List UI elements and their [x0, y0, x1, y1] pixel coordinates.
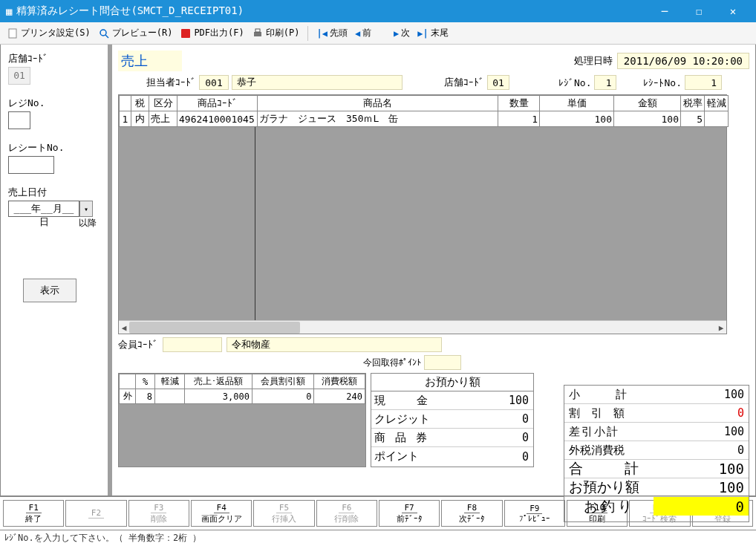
voucher-value: 0 [438, 429, 533, 446]
window-title: 精算済みレシート問合せ(SMCT_D_RECEIPT01) [16, 4, 244, 18]
point-pay-label: ポイント [371, 447, 438, 466]
fkey-label: 次ﾃﾞｰﾀ [459, 513, 485, 524]
point-value [424, 355, 461, 370]
payment-header: お預かり額 [371, 374, 533, 391]
salesdate-dropdown-button[interactable]: ▾ [79, 201, 93, 217]
fkey-label: ﾌﾟﾚﾋﾞｭｰ [519, 514, 550, 524]
storecode-value: 01 [8, 67, 30, 85]
filter-panel: 店舗ｺｰﾄﾞ 01 レジNo. レシートNo. 売上日付 ___年__月__日 … [1, 45, 112, 495]
cash-value: 100 [438, 391, 533, 409]
nav-next-button[interactable]: ▶ 次 [391, 25, 412, 41]
fkey-number: F1 [26, 503, 42, 513]
exttax-value: 0 [654, 441, 749, 459]
grid-horizontal-scrollbar[interactable]: ◀ ▶ [119, 320, 726, 334]
col-code: 商品ｺｰﾄﾞ [177, 96, 258, 111]
maximize-button[interactable]: ☐ [682, 0, 716, 22]
member-label: 会員ｺｰﾄﾞ [118, 338, 158, 351]
grid-header-row: 税 区分 商品ｺｰﾄﾞ 商品名 数量 単価 金額 税率 軽減 [120, 96, 729, 111]
table-row[interactable]: 1 内 売上 4962410001045 ガラナ ジュース 350ｍL 缶 1 … [120, 111, 729, 127]
fkey-f1[interactable]: F1終了 [3, 500, 64, 527]
show-button[interactable]: 表示 [23, 279, 76, 302]
printer-setup-button[interactable]: プリンタ設定(S) [4, 25, 93, 41]
nav-prev-button[interactable]: ◀ 前 [353, 25, 374, 41]
summary-box: 小 計 100 割 引 額 0 差引小計 100 外税消費税 0 合 計 [564, 385, 749, 522]
exttax-label: 外税消費税 [564, 441, 654, 459]
fkey-label: 行挿入 [272, 513, 296, 524]
next-icon: ▶ [394, 28, 399, 39]
fkey-number: F8 [464, 503, 480, 513]
scroll-left-icon[interactable]: ◀ [119, 321, 129, 334]
col-rate: 税率 [681, 96, 705, 111]
after-label: 以降 [8, 217, 100, 230]
credit-value: 0 [438, 410, 533, 428]
tax-breakdown: % 軽減 売上･返品額 会員割引額 消費税額 外 8 3,000 0 240 [118, 373, 366, 467]
app-icon: ▦ [6, 5, 12, 17]
netsub-value: 100 [654, 423, 749, 441]
svg-rect-3 [181, 29, 190, 38]
sales-label: 売上 [118, 51, 182, 71]
col-amt: 金額 [614, 96, 681, 111]
fkey-f7[interactable]: F7前ﾃﾞｰﾀ [379, 500, 440, 527]
fkey-f2: F2 [65, 500, 126, 527]
netsub-label: 差引小計 [564, 423, 654, 441]
discount-label: 割 引 額 [564, 404, 654, 422]
payment-box: お預かり額 現 金 100 クレジット 0 商 品 券 0 ポイント 0 [371, 373, 534, 467]
fkey-number: F2 [88, 508, 104, 519]
fkey-number: F3 [151, 503, 166, 513]
member-code [163, 337, 222, 352]
change-label: お釣り [564, 497, 654, 516]
store-label: 店舗ｺｰﾄﾞ [444, 76, 484, 89]
minimize-button[interactable]: ─ [648, 0, 682, 22]
procdate-value: 2011/06/09 10:20:00 [617, 53, 749, 69]
preview-button[interactable]: プレビュー(R) [96, 25, 175, 41]
main-panel: 売上 処理日時 2011/06/09 10:20:00 担当者ｺｰﾄﾞ 001 … [112, 45, 755, 495]
skip-last-icon: ▶| [417, 28, 428, 39]
fkey-f9[interactable]: F9ﾌﾟﾚﾋﾞｭｰ [504, 500, 565, 527]
scrollbar-thumb[interactable] [129, 322, 300, 334]
total-value: 100 [654, 460, 749, 478]
nav-last-button[interactable]: ▶| 末尾 [415, 25, 450, 41]
person-code: 001 [199, 75, 229, 90]
col-red: 軽減 [705, 96, 729, 111]
fkey-f4[interactable]: F4画面クリア [191, 500, 252, 527]
storecode-label: 店舗ｺｰﾄﾞ [8, 52, 100, 65]
document-icon [7, 27, 19, 39]
salesdate-label: 売上日付 [8, 186, 100, 199]
receiptno-input[interactable] [8, 156, 54, 174]
grid-empty-area [119, 127, 726, 320]
fkey-number: F4 [214, 503, 229, 513]
regno-input[interactable] [8, 111, 30, 129]
pdf-icon [180, 27, 192, 39]
fkey-label: 行削除 [334, 513, 359, 524]
fkey-label: 画面クリア [201, 513, 242, 524]
receipt-label: ﾚｼｰﾄNo. [643, 77, 681, 88]
skip-first-icon: |◀ [316, 28, 327, 39]
fkey-f3: F3削除 [128, 500, 189, 527]
point-pay-value: 0 [438, 447, 533, 466]
pdf-button[interactable]: PDF出力(F) [177, 25, 246, 41]
nav-first-button[interactable]: |◀ 先頭 [314, 25, 349, 41]
store-value: 01 [487, 75, 509, 90]
subtotal-value: 100 [654, 386, 749, 403]
point-label: 今回取得ﾎﾟｲﾝﾄ [363, 357, 421, 369]
voucher-label: 商 品 券 [371, 429, 438, 446]
fkey-label: 終了 [25, 513, 42, 524]
salesdate-input[interactable]: ___年__月__日 [8, 201, 79, 217]
fkey-label: 前ﾃﾞｰﾀ [397, 513, 423, 524]
svg-point-1 [100, 30, 106, 36]
cash-label: 現 金 [371, 391, 438, 409]
person-label: 担当者ｺｰﾄﾞ [146, 76, 196, 89]
prev-icon: ◀ [355, 28, 360, 39]
scroll-right-icon[interactable]: ▶ [716, 321, 726, 334]
col-div: 区分 [149, 96, 177, 111]
deposit-label: お預かり額 [564, 478, 654, 496]
col-name: 商品名 [258, 96, 498, 111]
change-value: 0 [654, 497, 749, 516]
col-qty: 数量 [498, 96, 540, 111]
fkey-f8[interactable]: F8次ﾃﾞｰﾀ [441, 500, 502, 527]
svg-line-2 [105, 35, 108, 38]
close-button[interactable]: ✕ [716, 0, 750, 22]
svg-rect-5 [255, 29, 260, 32]
print-button[interactable]: 印刷(P) [250, 25, 302, 41]
fkey-number: F7 [402, 503, 417, 513]
